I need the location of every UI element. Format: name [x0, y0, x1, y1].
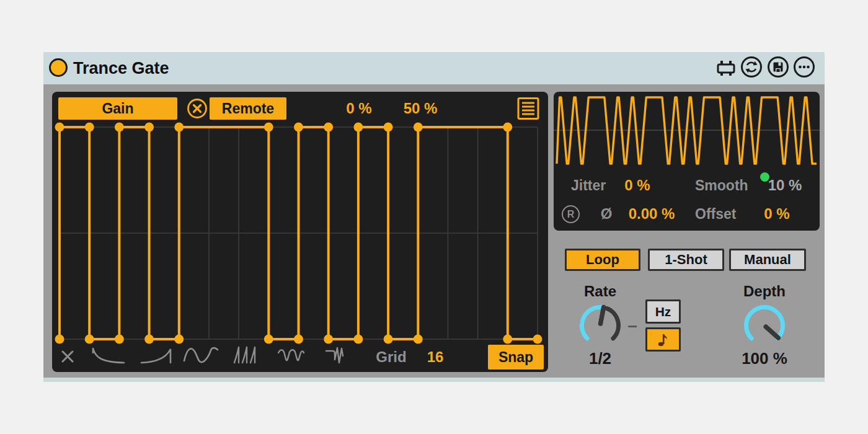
device-titlebar: Trance Gate — [43, 52, 825, 84]
shape-preset-sine-cycle[interactable] — [182, 345, 219, 366]
device-title: Trance Gate — [73, 52, 169, 84]
grid-label: Grid — [372, 346, 410, 368]
depth-value[interactable]: 100 % — [729, 349, 800, 368]
more-options-button[interactable] — [794, 56, 815, 78]
remote-button[interactable]: Remote — [210, 97, 286, 120]
modulation-panel: Jitter 0 % Smooth 10 % R Ø 0.00 % Offset… — [554, 92, 820, 231]
rate-knob[interactable] — [574, 299, 626, 352]
hot-swap-icon — [745, 60, 758, 74]
gain-button[interactable]: Gain — [58, 97, 177, 120]
device-activator-toggle[interactable] — [49, 58, 68, 77]
trance-gate-device: Trance Gate — [43, 52, 825, 382]
shape-preset-exp-rise[interactable] — [139, 346, 175, 366]
mode-button-loop[interactable]: Loop — [565, 249, 640, 271]
shape-preset-hold-then-spikes[interactable] — [321, 345, 353, 365]
range-min-value[interactable]: 0 % — [331, 97, 387, 120]
save-preset-button[interactable] — [768, 56, 789, 78]
list-menu-icon[interactable] — [517, 96, 539, 121]
shape-preset-saw-spikes[interactable] — [229, 345, 262, 365]
shape-preset-clear-x[interactable] — [60, 348, 76, 365]
eighth-note-icon — [657, 332, 670, 347]
device-bottom-edge — [43, 378, 825, 382]
rate-separator: – — [623, 316, 642, 335]
depth-label: Depth — [738, 283, 790, 300]
max-device-icon[interactable] — [715, 59, 737, 78]
offset-label: Offset — [695, 205, 736, 223]
jitter-label: Jitter — [571, 176, 606, 195]
device-body: Gain Remote 0 % 50 % — [43, 84, 825, 378]
rate-unit-sync-button[interactable] — [645, 327, 681, 352]
circled-x-icon[interactable] — [186, 97, 208, 120]
shape-preset-exp-decay[interactable] — [91, 346, 126, 366]
snap-button[interactable]: Snap — [488, 345, 544, 370]
phase-value[interactable]: 0.00 % — [621, 205, 683, 223]
rate-value[interactable]: 1/2 — [574, 349, 626, 368]
range-max-value[interactable]: 50 % — [392, 97, 449, 120]
depth-knob[interactable] — [738, 299, 790, 352]
phase-symbol: Ø — [597, 205, 616, 223]
mode-button-manual[interactable]: Manual — [729, 249, 806, 271]
mode-button-one-shot[interactable]: 1-Shot — [648, 249, 724, 271]
shape-preset-wave-dips[interactable] — [274, 347, 308, 366]
more-icon — [797, 60, 811, 74]
jitter-value[interactable]: 0 % — [616, 176, 659, 195]
smooth-label: Smooth — [695, 176, 748, 195]
hot-swap-button[interactable] — [741, 56, 762, 78]
step-grid-editor[interactable] — [52, 92, 548, 372]
offset-value[interactable]: 0 % — [757, 205, 797, 223]
smooth-value[interactable]: 10 % — [763, 176, 807, 195]
rate-unit-hz-button[interactable]: Hz — [645, 299, 681, 324]
gate-waveform-display — [554, 92, 820, 172]
rate-label: Rate — [574, 283, 626, 300]
envelope-panel: Gain Remote 0 % 50 % — [52, 92, 548, 372]
save-icon — [773, 61, 784, 73]
page-background: Trance Gate — [0, 0, 868, 434]
grid-value[interactable]: 16 — [419, 346, 451, 368]
randomize-button[interactable]: R — [562, 205, 580, 223]
